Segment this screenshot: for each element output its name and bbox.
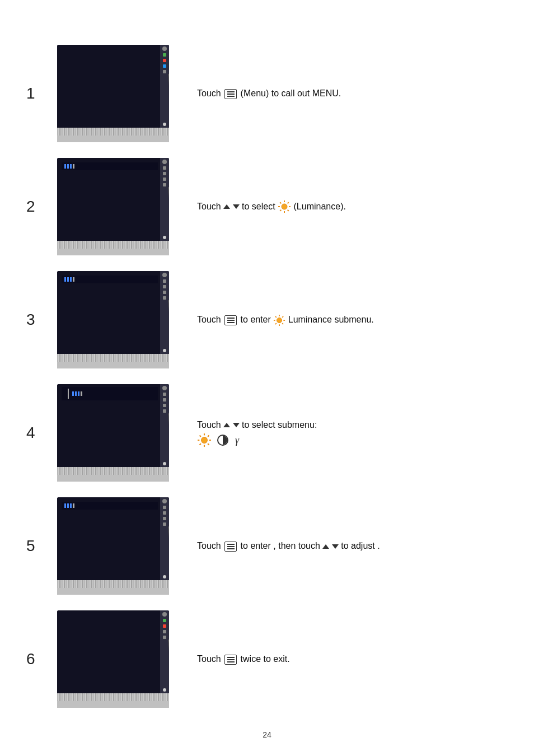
svg-line-28	[208, 444, 209, 445]
monitor-base-4	[57, 475, 169, 482]
step-text-content-3: Touch to enter Luminance submenu.	[197, 315, 374, 324]
ctrl-btn-4c	[163, 404, 166, 407]
ctrl-btn-bottom-3	[163, 349, 166, 352]
step-text-line2-4: γ	[197, 433, 508, 448]
osd-indicator-5	[64, 503, 74, 508]
svg-marker-21	[168, 413, 169, 432]
step-text-3: Touch to enter Luminance submenu.	[175, 313, 508, 326]
ctrl-btn-top-5	[162, 499, 167, 503]
ctrl-btn-top-3	[162, 273, 167, 277]
ctrl-btn-bottom	[163, 123, 166, 126]
ctrl-btn-5b	[163, 511, 166, 515]
step-text-content-2: Touch to select (Luminance).	[197, 202, 346, 211]
ctrl-btn-4	[163, 70, 166, 73]
ctrl-btn-3d	[163, 296, 166, 300]
step-text-content-5: Touch to enter , then touch to adjust .	[197, 541, 380, 550]
ctrl-btn-3b	[163, 285, 166, 288]
monitor-base-1	[57, 136, 169, 142]
svg-marker-0	[168, 74, 169, 92]
ctrl-btn-top-2	[162, 160, 167, 164]
svg-marker-1	[168, 187, 169, 206]
page-number: 24	[263, 730, 271, 739]
osd-bar-5d	[73, 503, 74, 508]
ctrl-btn-3a	[163, 279, 166, 283]
menu-icon-3	[224, 315, 237, 325]
screen-4	[57, 384, 169, 467]
osd-bar-3d	[73, 277, 74, 282]
screen-1	[57, 45, 169, 128]
monitor-base-3	[57, 362, 169, 368]
screen-5	[57, 497, 169, 580]
step-text-content-1: Touch (Menu) to call out MENU.	[197, 88, 341, 98]
caret-up-5	[322, 544, 329, 549]
stand-bar-5	[57, 580, 169, 588]
svg-point-22	[202, 437, 208, 444]
monitor-base-5	[57, 588, 169, 595]
monitor-wrapper-1	[57, 45, 175, 142]
arrow-pointer-4	[167, 412, 169, 432]
monitor-wrapper-5	[57, 497, 175, 595]
svg-line-10	[280, 210, 281, 211]
step-text-5: Touch to enter , then touch to adjust .	[175, 539, 508, 553]
osd-bar-5c	[70, 503, 72, 508]
ctrl-btn-4d	[163, 409, 166, 413]
svg-line-29	[208, 436, 209, 437]
ctrl-btn-top-4	[162, 386, 167, 390]
ctrl-btn-bottom-5	[163, 575, 166, 578]
arrow-pointer-1	[167, 73, 169, 92]
monitor-wrapper-4	[57, 384, 175, 482]
stand-bar-3	[57, 354, 169, 362]
sun-icon-4	[197, 433, 212, 447]
svg-point-12	[277, 318, 282, 323]
step-number-5: 5	[26, 537, 57, 555]
step-row-1: 1	[26, 45, 508, 142]
ctrl-btn-3c	[163, 291, 166, 294]
contrast-icon-4	[217, 435, 228, 446]
step-number-4: 4	[26, 424, 57, 442]
step-text-6: Touch twice to exit.	[175, 652, 508, 666]
svg-line-17	[275, 316, 277, 318]
osd-indicator-2	[64, 164, 74, 169]
ctrl-btn-2a	[163, 166, 166, 170]
monitor-wrapper-3	[57, 271, 175, 368]
ctrl-btn-blue	[163, 64, 166, 68]
arrow-pointer-2	[167, 186, 169, 206]
osd-bar-1	[64, 164, 66, 169]
svg-line-20	[275, 323, 277, 324]
monitor-base-6	[57, 701, 169, 708]
caret-down-2	[233, 204, 240, 209]
arrow-pointer-5	[167, 525, 169, 545]
screen-6	[57, 610, 169, 693]
osd-bar-4c	[78, 391, 79, 396]
svg-line-8	[288, 210, 289, 211]
osd-bar-3b	[67, 277, 69, 282]
step-number-3: 3	[26, 311, 57, 329]
osd-4	[62, 387, 158, 400]
step-row-4: 4	[26, 384, 508, 482]
steps-container: 1	[26, 45, 508, 708]
stand-bar-4	[57, 467, 169, 475]
osd-indicator-3	[64, 277, 74, 282]
svg-line-18	[282, 323, 283, 324]
step-row-3: 3	[26, 271, 508, 368]
ctrl-btn-bottom-6	[163, 688, 166, 692]
osd-bar-left-4	[64, 389, 69, 399]
monitor-1	[57, 45, 169, 128]
arrow-pointer-6	[167, 638, 169, 658]
step-row-2: 2	[26, 158, 508, 255]
menu-icon-5	[224, 542, 237, 552]
ctrl-btn-green	[163, 53, 166, 57]
ctrl-btn-4a	[163, 393, 166, 396]
osd-bar-4b	[75, 391, 77, 396]
ctrl-btn-6a	[163, 619, 166, 622]
monitor-wrapper-6	[57, 610, 175, 708]
screen-3	[57, 271, 169, 354]
screen-2	[57, 158, 169, 241]
ctrl-btn-2b	[163, 172, 166, 175]
svg-marker-11	[168, 300, 169, 319]
osd-bar-3c	[70, 277, 72, 282]
step-text-content-6: Touch twice to exit.	[197, 654, 290, 664]
ctrl-btn-2c	[163, 178, 166, 181]
osd-bar-3a	[64, 277, 66, 282]
ctrl-btn-5c	[163, 517, 166, 520]
